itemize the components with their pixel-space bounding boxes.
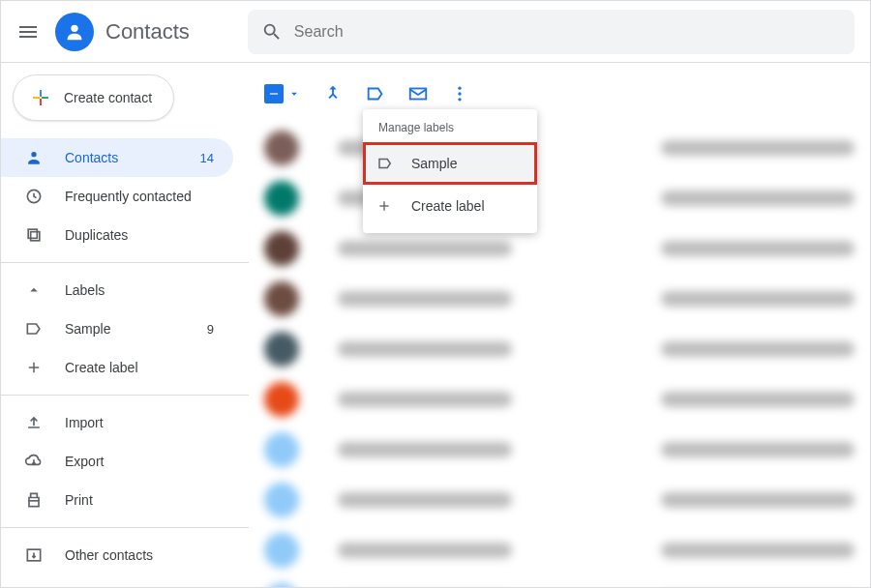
popup-item-label: Sample <box>411 156 457 171</box>
copy-icon <box>24 225 44 245</box>
label-outline-icon <box>376 155 396 172</box>
label-outline-icon <box>24 319 44 338</box>
contact-email-placeholder <box>661 543 855 558</box>
contact-email-placeholder <box>661 442 855 457</box>
main-panel: Manage labels Sample Create label <box>249 63 870 587</box>
sidebar-item-label: Sample <box>65 321 110 337</box>
select-all-dropdown[interactable] <box>264 84 301 103</box>
sidebar-item-contacts[interactable]: Contacts 14 <box>1 138 233 177</box>
manage-labels-popup: Manage labels Sample Create label <box>363 109 537 233</box>
contact-name-placeholder <box>338 241 512 256</box>
cloud-download-icon <box>24 452 44 471</box>
menu-icon[interactable] <box>16 20 40 44</box>
sidebar-item-label: Other contacts <box>65 547 153 563</box>
sidebar-item-label: Import <box>65 415 104 430</box>
contact-email-placeholder <box>661 291 855 307</box>
avatar <box>264 131 299 165</box>
sidebar-item-export[interactable]: Export <box>1 442 233 481</box>
more-button[interactable] <box>450 84 469 103</box>
popup-create-label[interactable]: Create label <box>363 185 537 227</box>
plus-multicolor-icon <box>29 86 52 109</box>
contact-list <box>249 115 870 588</box>
search-input[interactable] <box>294 23 841 41</box>
contact-email-placeholder <box>661 492 855 508</box>
contact-email-placeholder <box>661 140 855 156</box>
search-icon <box>261 21 283 43</box>
plus-icon <box>376 198 396 214</box>
history-icon <box>24 187 44 206</box>
sidebar-item-print[interactable]: Print <box>1 481 233 519</box>
contact-email-placeholder <box>661 392 855 407</box>
avatar <box>264 281 299 316</box>
svg-point-9 <box>458 87 461 90</box>
contact-name-placeholder <box>338 291 512 307</box>
sidebar-create-label[interactable]: Create label <box>1 348 233 387</box>
svg-rect-5 <box>29 501 39 507</box>
sidebar-item-label: Contacts <box>65 150 118 165</box>
contacts-logo <box>55 13 94 51</box>
sidebar-item-label: Create label <box>65 360 138 375</box>
contact-row[interactable] <box>264 425 855 475</box>
contact-row[interactable] <box>264 123 855 173</box>
app-title: Contacts <box>105 19 190 44</box>
sidebar-item-label: Duplicates <box>65 227 128 243</box>
select-indeterminate-icon <box>264 84 284 103</box>
sidebar-item-duplicates[interactable]: Duplicates <box>1 216 233 254</box>
avatar <box>264 231 299 266</box>
sidebar-item-label: Print <box>65 492 93 508</box>
contact-row[interactable] <box>264 173 855 223</box>
svg-rect-3 <box>31 232 40 241</box>
plus-icon <box>24 358 44 377</box>
action-bar <box>249 73 870 115</box>
sidebar-item-label: Frequently contacted <box>65 189 192 204</box>
chevron-up-icon <box>24 280 44 300</box>
svg-rect-7 <box>270 93 278 94</box>
divider <box>1 395 249 396</box>
svg-point-1 <box>31 152 36 157</box>
labels-header-label: Labels <box>65 282 105 298</box>
svg-rect-4 <box>28 229 37 238</box>
contact-row[interactable] <box>264 525 855 575</box>
merge-button[interactable] <box>322 83 344 104</box>
sidebar-item-count: 9 <box>207 322 214 337</box>
create-contact-button[interactable]: Create contact <box>13 74 174 121</box>
person-icon <box>24 148 44 167</box>
sidebar-item-frequent[interactable]: Frequently contacted <box>1 177 233 216</box>
contact-email-placeholder <box>661 341 855 357</box>
svg-point-10 <box>458 92 461 95</box>
popup-title: Manage labels <box>363 109 537 142</box>
create-contact-label: Create contact <box>64 90 152 105</box>
print-icon <box>24 490 44 510</box>
contact-row[interactable] <box>264 324 855 374</box>
divider <box>1 262 249 263</box>
email-button[interactable] <box>407 83 429 104</box>
popup-label-sample[interactable]: Sample <box>363 142 537 185</box>
label-button[interactable] <box>365 83 386 104</box>
chevron-down-icon <box>287 87 301 101</box>
contact-row[interactable] <box>264 575 855 588</box>
avatar <box>264 382 299 417</box>
contact-name-placeholder <box>338 492 512 508</box>
sidebar-item-count: 14 <box>200 151 214 165</box>
avatar <box>264 332 299 367</box>
contact-row[interactable] <box>264 274 855 324</box>
contact-row[interactable] <box>264 475 855 525</box>
sidebar-item-other-contacts[interactable]: Other contacts <box>1 536 233 574</box>
avatar <box>264 583 299 588</box>
sidebar: Create contact Contacts 14 Frequently co… <box>1 63 249 587</box>
contact-name-placeholder <box>338 442 512 457</box>
sidebar-label-sample[interactable]: Sample 9 <box>1 309 233 348</box>
search-bar[interactable] <box>248 10 855 54</box>
avatar <box>264 483 299 517</box>
popup-item-label: Create label <box>411 198 485 214</box>
upload-icon <box>24 413 44 432</box>
contact-name-placeholder <box>338 543 512 558</box>
contact-row[interactable] <box>264 223 855 274</box>
sidebar-item-import[interactable]: Import <box>1 403 233 442</box>
contact-row[interactable] <box>264 374 855 425</box>
sidebar-labels-header[interactable]: Labels <box>1 271 233 309</box>
contact-email-placeholder <box>661 241 855 256</box>
archive-icon <box>24 545 44 565</box>
contact-name-placeholder <box>338 341 512 357</box>
app-header: Contacts <box>1 1 870 63</box>
